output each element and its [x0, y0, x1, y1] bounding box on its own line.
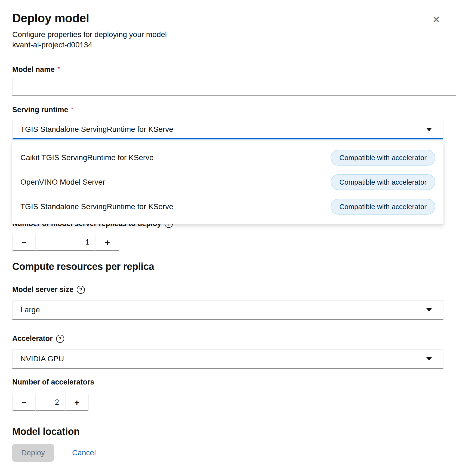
cancel-button[interactable]: Cancel [72, 448, 96, 457]
accelerator-label: Accelerator [12, 334, 53, 343]
serving-runtime-dropdown-menu: Caikit TGIS ServingRuntime for KServe Co… [12, 141, 443, 224]
deploy-button[interactable]: Deploy [12, 444, 54, 462]
compatible-accelerator-badge: Compatible with accelerator [331, 174, 435, 190]
menu-item-label: OpenVINO Model Server [20, 178, 105, 187]
accelerator-count-label: Number of accelerators [12, 378, 94, 386]
caret-down-icon [426, 357, 432, 361]
compute-resources-heading: Compute resources per replica [12, 261, 443, 272]
replicas-count-input[interactable] [36, 234, 95, 251]
accelerator-label-row: Accelerator ? [12, 334, 443, 343]
compatible-accelerator-badge: Compatible with accelerator [331, 199, 435, 215]
caret-down-icon [426, 128, 432, 131]
menu-item-tgis-standalone[interactable]: TGIS Standalone ServingRuntime for KServ… [12, 194, 443, 219]
minus-button[interactable]: − [12, 234, 36, 251]
model-server-size-label-row: Model server size ? [12, 285, 443, 294]
help-icon[interactable]: ? [56, 335, 64, 343]
help-icon[interactable]: ? [77, 286, 85, 294]
menu-item-label: TGIS Standalone ServingRuntime for KServ… [20, 202, 173, 211]
serving-runtime-select[interactable]: TGIS Standalone ServingRuntime for KServ… [12, 120, 443, 139]
modal-description-line2: kvant-ai-project-d00134 [12, 40, 443, 50]
accelerator-count-stepper: − + [12, 394, 443, 411]
deploy-model-modal: ✕ Deploy model Configure properties for … [0, 0, 456, 476]
model-server-size-label: Model server size [12, 285, 73, 294]
menu-item-label: Caikit TGIS ServingRuntime for KServe [20, 153, 154, 162]
model-server-size-selected-value: Large [20, 306, 40, 314]
menu-item-caikit-tgis[interactable]: Caikit TGIS ServingRuntime for KServe Co… [12, 145, 443, 170]
accelerator-count-input[interactable] [36, 394, 65, 411]
model-server-size-select[interactable]: Large [12, 300, 443, 320]
compatible-accelerator-badge: Compatible with accelerator [331, 150, 435, 166]
page-title: Deploy model [12, 11, 443, 25]
serving-runtime-label-row: Serving runtime * [12, 106, 443, 114]
required-asterisk: * [71, 106, 73, 113]
model-name-label-row: Model name * [12, 65, 443, 74]
accelerator-select[interactable]: NVIDIA GPU [12, 349, 443, 369]
plus-button[interactable]: + [65, 394, 89, 411]
menu-item-openvino[interactable]: OpenVINO Model Server Compatible with ac… [12, 170, 443, 194]
accelerator-selected-value: NVIDIA GPU [20, 355, 64, 363]
model-name-input[interactable] [12, 78, 456, 96]
serving-runtime-selected-value: TGIS Standalone ServingRuntime for KServ… [20, 125, 173, 134]
model-name-label: Model name [12, 65, 55, 74]
modal-actions: Deploy Cancel [12, 444, 443, 462]
accelerator-count-label-row: Number of accelerators [12, 378, 443, 386]
required-asterisk: * [57, 65, 60, 73]
minus-button[interactable]: − [12, 394, 36, 411]
plus-button[interactable]: + [95, 234, 119, 251]
caret-down-icon [426, 308, 432, 312]
serving-runtime-label: Serving runtime [12, 106, 68, 114]
replicas-stepper: − + [12, 234, 443, 251]
modal-description: Configure properties for deploying your … [12, 29, 443, 50]
modal-description-line1: Configure properties for deploying your … [12, 29, 443, 40]
model-location-heading: Model location [12, 426, 443, 437]
